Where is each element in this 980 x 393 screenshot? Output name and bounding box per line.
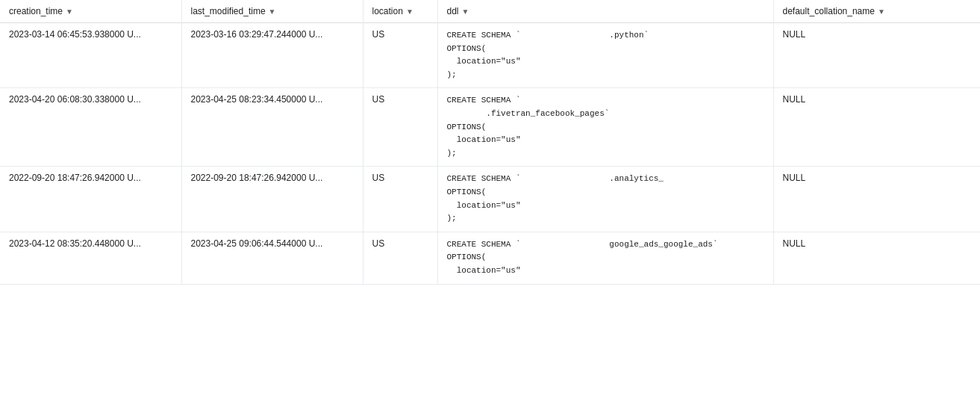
cell-ddl: CREATE SCHEMA ` .fivetran_facebook_pages… xyxy=(437,88,773,167)
cell-location: US xyxy=(363,232,437,284)
cell-default-collation-name: NULL xyxy=(773,232,980,284)
col-label-default-collation-name: default_collation_name xyxy=(783,6,875,16)
table-row: 2023-04-20 06:08:30.338000 U...2023-04-2… xyxy=(0,88,980,167)
col-header-location[interactable]: location ▼ xyxy=(363,0,437,23)
sort-icon-last-modified-time[interactable]: ▼ xyxy=(269,7,276,16)
col-header-default-collation-name[interactable]: default_collation_name ▼ xyxy=(773,0,980,23)
cell-creation-time: 2023-03-14 06:45:53.938000 U... xyxy=(0,23,181,88)
sort-icon-location[interactable]: ▼ xyxy=(406,7,413,16)
cell-default-collation-name: NULL xyxy=(773,88,980,167)
col-label-last-modified-time: last_modified_time xyxy=(191,6,266,16)
col-header-last-modified-time[interactable]: last_modified_time ▼ xyxy=(181,0,363,23)
cell-default-collation-name: NULL xyxy=(773,23,980,88)
cell-creation-time: 2023-04-12 08:35:20.448000 U... xyxy=(0,232,181,284)
cell-ddl: CREATE SCHEMA ` google_ads_google_ads` O… xyxy=(437,232,773,284)
cell-last-modified-time: 2023-04-25 08:23:34.450000 U... xyxy=(181,88,363,167)
col-header-ddl[interactable]: ddl ▼ xyxy=(437,0,773,23)
cell-default-collation-name: NULL xyxy=(773,167,980,232)
cell-last-modified-time: 2023-03-16 03:29:47.244000 U... xyxy=(181,23,363,88)
sort-icon-creation-time[interactable]: ▼ xyxy=(66,7,73,16)
cell-last-modified-time: 2022-09-20 18:47:26.942000 U... xyxy=(181,167,363,232)
cell-ddl: CREATE SCHEMA ` .python` OPTIONS( locati… xyxy=(437,23,773,88)
cell-location: US xyxy=(363,88,437,167)
sort-icon-default-collation-name[interactable]: ▼ xyxy=(878,7,885,16)
table-row: 2023-03-14 06:45:53.938000 U...2023-03-1… xyxy=(0,23,980,88)
table-row: 2022-09-20 18:47:26.942000 U...2022-09-2… xyxy=(0,167,980,232)
table-row: 2023-04-12 08:35:20.448000 U...2023-04-2… xyxy=(0,232,980,284)
sort-icon-ddl[interactable]: ▼ xyxy=(462,7,469,16)
cell-creation-time: 2022-09-20 18:47:26.942000 U... xyxy=(0,167,181,232)
cell-ddl: CREATE SCHEMA ` .analytics_ OPTIONS( loc… xyxy=(437,167,773,232)
cell-last-modified-time: 2023-04-25 09:06:44.544000 U... xyxy=(181,232,363,284)
col-header-creation-time[interactable]: creation_time ▼ xyxy=(0,0,181,23)
col-label-creation-time: creation_time xyxy=(9,6,63,16)
data-table: creation_time ▼ last_modified_time ▼ loc… xyxy=(0,0,980,393)
cell-location: US xyxy=(363,23,437,88)
col-label-ddl: ddl xyxy=(447,6,459,16)
cell-creation-time: 2023-04-20 06:08:30.338000 U... xyxy=(0,88,181,167)
table-header-row: creation_time ▼ last_modified_time ▼ loc… xyxy=(0,0,980,23)
cell-location: US xyxy=(363,167,437,232)
col-label-location: location xyxy=(372,6,403,16)
